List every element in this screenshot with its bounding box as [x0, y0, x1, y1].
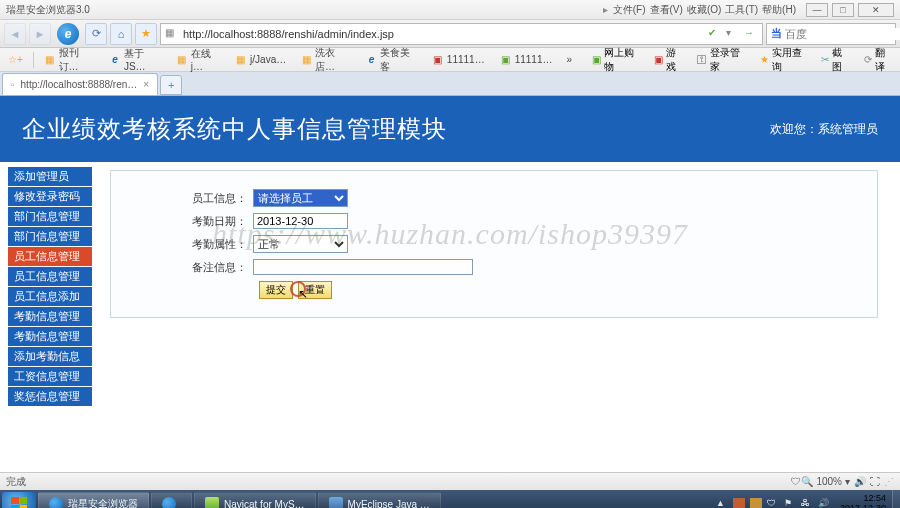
tray-app1-icon[interactable] [733, 498, 745, 508]
menu-view[interactable]: 查看(V) [650, 3, 683, 17]
main-panel: 员工信息： 请选择员工 考勤日期： 考勤属性： 正常 备注信息： 提交 [100, 162, 900, 411]
tool-games[interactable]: ▣游戏 [650, 44, 687, 76]
app-title: 瑞星安全浏览器3.0 [6, 3, 90, 17]
task-browser[interactable]: 瑞星安全浏览器 [38, 492, 149, 508]
star-button[interactable]: ★ [135, 23, 157, 45]
bookmark-5[interactable]: e美食美客 [362, 44, 421, 76]
window-titlebar: 瑞星安全浏览器3.0 ▸ 文件(F) 查看(V) 收藏(O) 工具(T) 帮助(… [0, 0, 900, 20]
menu-arrow-icon: ▸ [603, 4, 608, 15]
search-field[interactable]: 当 🔍 [766, 23, 896, 45]
sidebar-item-2[interactable]: 部门信息管理 [8, 207, 92, 226]
windows-logo-icon [11, 497, 27, 508]
tab-strip: ▫ http://localhost:8888/ren… × + [0, 72, 900, 96]
forward-button[interactable]: ► [29, 23, 51, 45]
status-text: 完成 [6, 475, 26, 489]
task-myeclipse[interactable]: MyEclipse Java … [318, 492, 441, 508]
refresh-button[interactable]: ⟳ [85, 23, 107, 45]
bookmark-7[interactable]: ▣11111… [495, 51, 557, 68]
taskbar-clock[interactable]: 12:54 2013-12-30 [836, 494, 890, 508]
tool-screenshot[interactable]: ✂截图 [817, 44, 853, 76]
tray-net-icon[interactable]: 🖧 [801, 498, 813, 508]
note-input[interactable] [253, 259, 473, 275]
tool-translate[interactable]: ⟳翻译 [860, 44, 896, 76]
page-icon: ▦ [165, 27, 179, 41]
sidebar-item-6[interactable]: 员工信息添加 [8, 287, 92, 306]
tray-shield-icon[interactable]: 🛡 [767, 498, 779, 508]
label-employee: 员工信息： [123, 191, 253, 206]
menu-tools[interactable]: 工具(T) [725, 3, 758, 17]
browser-logo-icon: e [57, 23, 79, 45]
go-icon[interactable]: → [744, 27, 758, 41]
tool-shopping[interactable]: ▣网上购物 [588, 44, 644, 76]
tray-flag-icon[interactable]: ⚑ [784, 498, 796, 508]
bookmark-3[interactable]: ▦j/Java… [230, 51, 290, 68]
bookmark-6[interactable]: ▣11111… [427, 51, 489, 68]
reset-button[interactable]: 重置 [298, 281, 332, 299]
label-date: 考勤日期： [123, 214, 253, 229]
show-desktop-button[interactable] [892, 490, 900, 508]
navicat-icon [205, 497, 219, 508]
menu-fav[interactable]: 收藏(O) [687, 3, 721, 17]
page-banner: 企业绩效考核系统中人事信息管理模块 欢迎您：系统管理员 [0, 96, 900, 162]
safe-icon: ✔ [708, 27, 722, 41]
dropdown-icon[interactable]: ▾ [726, 27, 740, 41]
sidebar-item-10[interactable]: 工资信息管理 [8, 367, 92, 386]
tool-query[interactable]: ★实用查询 [756, 44, 812, 76]
sidebar-item-8[interactable]: 考勤信息管理 [8, 327, 92, 346]
task-ie[interactable] [151, 492, 192, 508]
tray-vol-icon[interactable]: 🔊 [818, 498, 830, 508]
baidu-icon: 当 [771, 26, 782, 41]
welcome-text: 欢迎您：系统管理员 [770, 121, 878, 138]
employee-select[interactable]: 请选择员工 [253, 189, 348, 207]
tool-login[interactable]: ⚿登录管家 [693, 44, 750, 76]
form-card: 员工信息： 请选择员工 考勤日期： 考勤属性： 正常 备注信息： 提交 [110, 170, 878, 318]
tray-up-icon[interactable]: ▲ [716, 498, 728, 508]
submit-button[interactable]: 提交 [259, 281, 293, 299]
sidebar-item-7[interactable]: 考勤信息管理 [8, 307, 92, 326]
speaker-icon[interactable]: 🔊 [854, 476, 866, 487]
add-bookmark-icon[interactable]: ☆+ [4, 52, 27, 67]
menu-file[interactable]: 文件(F) [613, 3, 646, 17]
home-button[interactable]: ⌂ [110, 23, 132, 45]
sidebar-item-1[interactable]: 修改登录密码 [8, 187, 92, 206]
page-content: 企业绩效考核系统中人事信息管理模块 欢迎您：系统管理员 https://www.… [0, 96, 900, 472]
sidebar-item-0[interactable]: 添加管理员 [8, 167, 92, 186]
tray-app2-icon[interactable] [750, 498, 762, 508]
new-tab-button[interactable]: + [160, 75, 182, 95]
date-input[interactable] [253, 213, 348, 229]
zoom-dropdown-icon[interactable]: ▾ [845, 476, 850, 487]
bookmark-0[interactable]: ▦报刊订… [40, 44, 99, 76]
tab-favicon-icon: ▫ [11, 79, 15, 90]
tab-active[interactable]: ▫ http://localhost:8888/ren… × [2, 73, 158, 95]
expand-icon[interactable]: ⛶ [870, 476, 880, 487]
label-attr: 考勤属性： [123, 237, 253, 252]
system-tray[interactable]: ▲ 🛡 ⚑ 🖧 🔊 [712, 498, 834, 508]
start-button[interactable] [2, 492, 36, 508]
bookmark-more-icon[interactable]: » [562, 52, 576, 67]
task-navicat[interactable]: Navicat for MyS… [194, 492, 316, 508]
url-field[interactable]: ▦ ✔ ▾ → [160, 23, 763, 45]
taskbar: 瑞星安全浏览器 Navicat for MyS… MyEclipse Java … [0, 490, 900, 508]
zoom-icon[interactable]: 🔍 [801, 476, 813, 487]
tab-close-icon[interactable]: × [143, 79, 149, 90]
sidebar-item-3[interactable]: 部门信息管理 [8, 227, 92, 246]
bookmark-1[interactable]: e基于JS… [105, 45, 166, 74]
close-button[interactable]: ✕ [858, 3, 894, 17]
back-button[interactable]: ◄ [4, 23, 26, 45]
tab-label: http://localhost:8888/ren… [21, 79, 138, 90]
attr-select[interactable]: 正常 [253, 235, 348, 253]
maximize-button[interactable]: □ [832, 3, 854, 17]
sidebar-item-4[interactable]: 员工信息管理 [8, 247, 92, 266]
minimize-button[interactable]: — [806, 3, 828, 17]
sidebar-item-5[interactable]: 员工信息管理 [8, 267, 92, 286]
bookmark-2[interactable]: ▦在线j… [172, 45, 224, 74]
clock-date: 2013-12-30 [840, 504, 886, 508]
url-input[interactable] [183, 28, 704, 40]
bookmark-4[interactable]: ▦洗衣店… [296, 44, 355, 76]
menu-help[interactable]: 帮助(H) [762, 3, 796, 17]
shield-icon: 🛡 [791, 476, 801, 487]
sidebar-item-11[interactable]: 奖惩信息管理 [8, 387, 92, 406]
zoom-level: 100% [816, 476, 842, 487]
sidebar-item-9[interactable]: 添加考勤信息 [8, 347, 92, 366]
search-input[interactable] [785, 28, 900, 40]
